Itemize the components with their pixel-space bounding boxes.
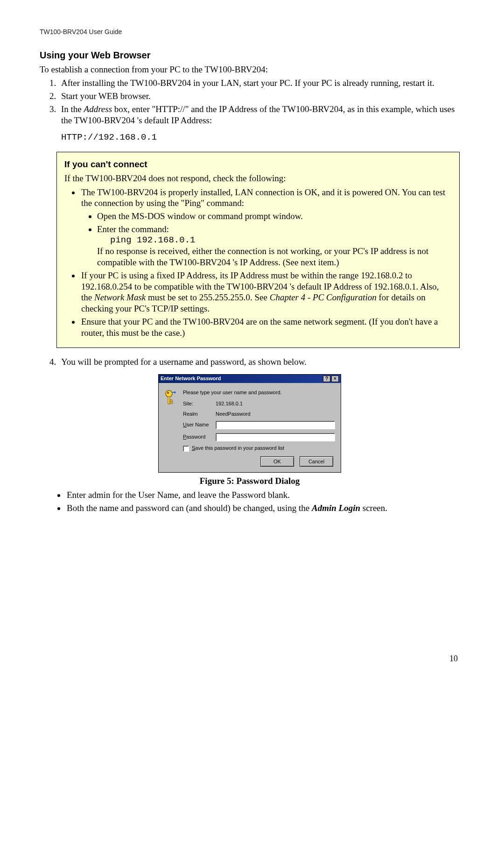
svg-point-0 xyxy=(166,390,172,397)
callout-b1: The TW100-BRV204 is properly installed, … xyxy=(80,187,452,268)
dialog-figure: Enter Network Password ? × xyxy=(40,374,460,473)
step-3a: In the xyxy=(61,104,84,114)
site-value: 192.168.0.1 xyxy=(216,401,335,407)
save-password-checkbox[interactable] xyxy=(183,446,189,452)
step-3b: box, enter "HTTP://" and the IP Address … xyxy=(61,104,455,125)
step-1-text: After installing the TW100-BRV204 in you… xyxy=(61,78,434,88)
password-input[interactable] xyxy=(216,433,335,441)
steps-list-cont: You will be prompted for a username and … xyxy=(40,356,460,368)
chapter-ref: Chapter 4 - PC Configuration xyxy=(270,292,377,302)
document-page: TW100-BRV204 User Guide Using your Web B… xyxy=(2,0,502,841)
step-2: Start your WEB browser. xyxy=(58,91,460,102)
page-number: 10 xyxy=(40,653,460,664)
svg-rect-4 xyxy=(170,402,173,404)
step-4-text: You will be prompted for a username and … xyxy=(61,357,307,367)
step-1: After installing the TW100-BRV204 in you… xyxy=(58,78,460,89)
svg-rect-2 xyxy=(168,397,170,404)
callout-sub2a: Enter the command: xyxy=(97,224,169,234)
help-icon[interactable]: ? xyxy=(323,376,330,382)
step-4: You will be prompted for a username and … xyxy=(58,356,460,368)
dialog-content: Please type your user name and password.… xyxy=(183,390,335,467)
callout-box: If you can't connect If the TW100-BRV204… xyxy=(56,152,460,348)
callout-sub-bullets: Open the MS-DOS window or command prompt… xyxy=(81,211,452,268)
save-password-label: Save this password in your password list xyxy=(192,445,284,452)
figure-caption: Figure 5: Password Dialog xyxy=(40,475,460,487)
doc-header: TW100-BRV204 User Guide xyxy=(40,28,460,36)
username-label: User Name xyxy=(183,422,216,428)
ping-code: ping 192.168.0.1 xyxy=(110,235,452,246)
http-code: HTTP://192.168.0.1 xyxy=(61,132,460,143)
close-icon[interactable]: × xyxy=(331,376,339,382)
intro-text: To establish a connection from your PC t… xyxy=(40,64,460,75)
callout-intro: If the TW100-BRV204 does not respond, ch… xyxy=(64,173,452,184)
callout-title: If you can't connect xyxy=(64,159,452,170)
password-dialog: Enter Network Password ? × xyxy=(158,374,341,473)
site-label: Site: xyxy=(183,401,216,407)
post-bullets: Enter admin for the User Name, and leave… xyxy=(40,489,460,514)
address-word: Address xyxy=(84,104,112,114)
realm-label: Realm xyxy=(183,411,216,418)
dialog-buttons: OK Cancel xyxy=(183,456,333,467)
realm-value: NeedPassword xyxy=(216,411,335,418)
callout-sub2b: If no response is received, either the c… xyxy=(97,246,428,267)
username-input[interactable] xyxy=(216,421,335,429)
dialog-title: Enter Network Password xyxy=(161,376,221,382)
post-b1: Enter admin for the User Name, and leave… xyxy=(66,489,460,501)
ok-button[interactable]: OK xyxy=(260,456,294,467)
post-b2b: screen. xyxy=(360,503,387,513)
callout-sub2: Enter the command: ping 192.168.0.1 If n… xyxy=(97,224,452,268)
titlebar-controls: ? × xyxy=(323,376,339,382)
svg-rect-3 xyxy=(170,400,172,401)
steps-list: After installing the TW100-BRV204 in you… xyxy=(40,78,460,126)
section-title: Using your Web Browser xyxy=(40,50,460,61)
admin-login: Admin Login xyxy=(312,503,360,513)
cancel-button[interactable]: Cancel xyxy=(300,456,333,467)
callout-b3: Ensure that your PC and the TW100-BRV204… xyxy=(80,316,452,339)
callout-b1-text: The TW100-BRV204 is properly installed, … xyxy=(81,187,445,208)
callout-sub1: Open the MS-DOS window or command prompt… xyxy=(97,211,452,222)
password-label: Password xyxy=(183,434,216,440)
step-2-text: Start your WEB browser. xyxy=(61,91,151,101)
key-icon xyxy=(164,390,178,467)
callout-bullets: The TW100-BRV204 is properly installed, … xyxy=(64,187,452,339)
dialog-body: Please type your user name and password.… xyxy=(159,383,341,472)
save-password-row: Save this password in your password list xyxy=(183,445,335,452)
callout-b2: If your PC is using a fixed IP Address, … xyxy=(80,270,452,314)
network-mask: Network Mask xyxy=(94,292,146,302)
dialog-titlebar: Enter Network Password ? × xyxy=(159,375,341,383)
post-b2a: Both the name and password can (and shou… xyxy=(67,503,312,513)
step-3: In the Address box, enter "HTTP://" and … xyxy=(58,104,460,126)
dialog-prompt: Please type your user name and password. xyxy=(183,390,335,396)
post-b2: Both the name and password can (and shou… xyxy=(66,503,460,514)
svg-point-1 xyxy=(167,392,169,394)
callout-b2b: must be set to 255.255.255.0. See xyxy=(146,292,269,302)
